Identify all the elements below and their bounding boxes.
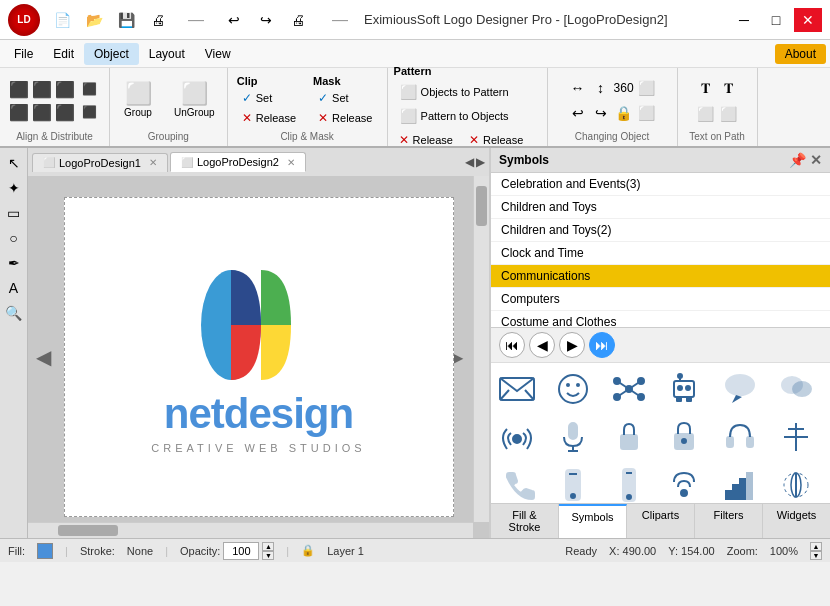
tab-nav-right[interactable]: ▶ <box>476 155 485 169</box>
ungroup-button[interactable]: ⬜ UnGroup <box>168 79 221 122</box>
canvas-left-arrow[interactable]: ◀ <box>36 345 51 369</box>
warp-btn[interactable]: ⬜ <box>636 101 658 125</box>
lock-btn[interactable]: 🔒 <box>613 101 635 125</box>
toolbar-btn-export[interactable]: 🖨 <box>284 8 312 32</box>
align-center-h-btn[interactable]: ⬛ <box>31 78 53 100</box>
toolbar-btn-new[interactable]: 📄 <box>48 8 76 32</box>
align-center-v-btn[interactable]: ⬛ <box>31 101 53 123</box>
mask-release-button[interactable]: ✕ Release <box>313 109 377 127</box>
minimize-button[interactable]: ─ <box>730 8 758 32</box>
toolbar-btn-save[interactable]: 💾 <box>112 8 140 32</box>
panel-tab-fill-stroke[interactable]: Fill & Stroke <box>491 504 559 538</box>
panel-pin-icon[interactable]: 📌 <box>789 152 806 168</box>
rotate-360-btn[interactable]: 360 <box>613 76 635 100</box>
symbol-wireless[interactable] <box>662 463 706 503</box>
symbol-speech1[interactable] <box>718 367 762 411</box>
maximize-button[interactable]: □ <box>762 8 790 32</box>
symbol-satellite[interactable] <box>774 463 818 503</box>
symbols-category-6[interactable]: Costume and Clothes <box>491 311 830 328</box>
panel-tab-filters[interactable]: Filters <box>695 504 763 538</box>
symbol-antenna[interactable] <box>774 415 818 459</box>
tool-rect[interactable]: ▭ <box>3 202 25 224</box>
fill-color-swatch[interactable] <box>37 543 53 559</box>
text-path-btn4[interactable]: ⬜ <box>718 102 740 126</box>
symbol-mobile2[interactable] <box>607 463 651 503</box>
symbols-category-2[interactable]: Children and Toys(2) <box>491 219 830 242</box>
symbol-robot[interactable] <box>662 367 706 411</box>
close-button[interactable]: ✕ <box>794 8 822 32</box>
canvas-scrollbar-x[interactable] <box>28 522 473 538</box>
zoom-up-btn[interactable]: ▲ <box>810 542 822 551</box>
rotate-ccw-btn[interactable]: ↪ <box>590 101 612 125</box>
symbol-headset[interactable] <box>718 415 762 459</box>
tab2-close[interactable]: ✕ <box>287 157 295 168</box>
toolbar-btn-print[interactable]: 🖨 <box>144 8 172 32</box>
symbol-face[interactable] <box>551 367 595 411</box>
opacity-up-btn[interactable]: ▲ <box>262 542 274 551</box>
symbols-category-3[interactable]: Clock and Time <box>491 242 830 265</box>
symbol-email[interactable] <box>495 367 539 411</box>
objects-to-pattern-button[interactable]: ⬜ Objects to Pattern <box>394 81 541 103</box>
tool-select[interactable]: ↖ <box>3 152 25 174</box>
symbols-category-4[interactable]: Communications <box>491 265 830 288</box>
menu-view[interactable]: View <box>195 43 241 65</box>
opacity-down-btn[interactable]: ▼ <box>262 551 274 560</box>
zoom-down-btn[interactable]: ▼ <box>810 551 822 560</box>
about-button[interactable]: About <box>775 44 826 64</box>
nav-next-button[interactable]: ▶ <box>559 332 585 358</box>
nav-first-button[interactable]: ⏮ <box>499 332 525 358</box>
menu-file[interactable]: File <box>4 43 43 65</box>
scroll-thumb-x[interactable] <box>58 525 118 536</box>
distribute-h-btn[interactable]: ⬛ <box>78 78 101 100</box>
tab-logoprodesign2[interactable]: ⬜ LogoProDesign2 ✕ <box>170 152 306 172</box>
clip-set-button[interactable]: ✓ Set <box>237 89 301 107</box>
symbols-category-5[interactable]: Computers <box>491 288 830 311</box>
flip-v-btn[interactable]: ↕ <box>590 76 612 100</box>
tab-logoprodesign1[interactable]: ⬜ LogoProDesign1 ✕ <box>32 153 168 172</box>
opacity-input[interactable] <box>223 542 259 560</box>
menu-layout[interactable]: Layout <box>139 43 195 65</box>
symbol-phone[interactable] <box>495 463 539 503</box>
tool-node[interactable]: ✦ <box>3 177 25 199</box>
canvas-area[interactable]: ◀ ▶ <box>28 176 489 538</box>
symbol-broadcast[interactable] <box>495 415 539 459</box>
text-path-btn2[interactable]: 𝐓 <box>718 76 740 101</box>
symbol-network[interactable] <box>607 367 651 411</box>
flip-h-btn[interactable]: ↔ <box>567 76 589 100</box>
symbol-speech2[interactable] <box>774 367 818 411</box>
text-path-btn3[interactable]: ⬜ <box>695 102 717 126</box>
pattern-release2-button[interactable]: ✕ Release <box>464 131 528 149</box>
symbol-signal[interactable] <box>718 463 762 503</box>
pattern-release1-button[interactable]: ✕ Release <box>394 131 458 149</box>
tool-zoom[interactable]: 🔍 <box>3 302 25 324</box>
menu-object[interactable]: Object <box>84 43 139 65</box>
tool-ellipse[interactable]: ○ <box>3 227 25 249</box>
panel-tab-widgets[interactable]: Widgets <box>763 504 830 538</box>
canvas-scrollbar-y[interactable] <box>473 176 489 522</box>
panel-tab-cliparts[interactable]: Cliparts <box>627 504 695 538</box>
symbol-mobile[interactable] <box>551 463 595 503</box>
clip-release-button[interactable]: ✕ Release <box>237 109 301 127</box>
align-top-btn[interactable]: ⬛ <box>8 101 30 123</box>
pattern-to-objects-button[interactable]: ⬜ Pattern to Objects <box>394 105 541 127</box>
group-button[interactable]: ⬜ Group <box>116 79 160 122</box>
align-right-btn[interactable]: ⬛ <box>54 78 76 100</box>
menu-edit[interactable]: Edit <box>43 43 84 65</box>
toolbar-btn-redo[interactable]: ↪ <box>252 8 280 32</box>
text-path-btn1[interactable]: 𝐓 <box>695 76 717 101</box>
toolbar-btn-undo[interactable]: ↩ <box>220 8 248 32</box>
toolbar-btn-open[interactable]: 📂 <box>80 8 108 32</box>
mask-set-button[interactable]: ✓ Set <box>313 89 377 107</box>
nav-last-button[interactable]: ⏭ <box>589 332 615 358</box>
scroll-thumb-y[interactable] <box>476 186 487 226</box>
tab1-close[interactable]: ✕ <box>149 157 157 168</box>
mirror-btn[interactable]: ⬜ <box>636 76 658 100</box>
align-bottom-btn[interactable]: ⬛ <box>54 101 76 123</box>
tab-nav-left[interactable]: ◀ <box>465 155 474 169</box>
panel-close-icon[interactable]: ✕ <box>810 152 822 168</box>
tool-pen[interactable]: ✒ <box>3 252 25 274</box>
tool-text[interactable]: A <box>3 277 25 299</box>
nav-prev-button[interactable]: ◀ <box>529 332 555 358</box>
symbol-lock2[interactable] <box>607 415 651 459</box>
symbol-lock3[interactable] <box>662 415 706 459</box>
